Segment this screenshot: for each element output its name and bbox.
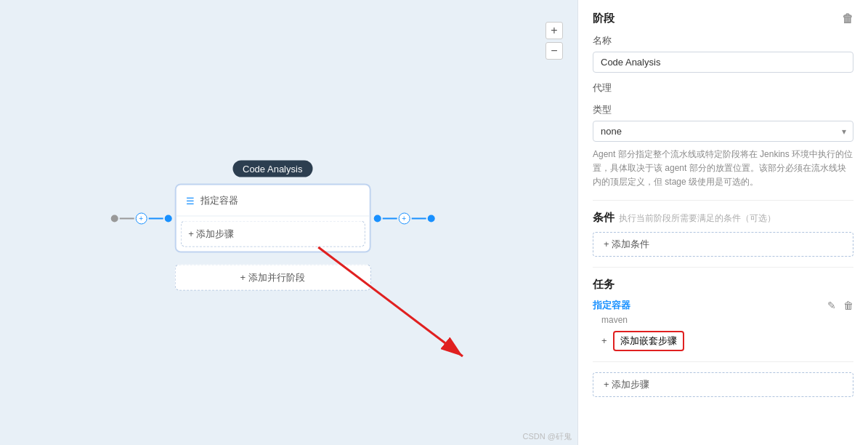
section-delete-icon[interactable]: 🗑 bbox=[842, 12, 853, 25]
zoom-in-button[interactable]: + bbox=[545, 22, 563, 39]
connector-left: + bbox=[110, 212, 171, 224]
nested-add-plus: + bbox=[601, 335, 607, 346]
step-item[interactable]: ☰ 指定容器 bbox=[176, 185, 369, 217]
task-delete-icon[interactable]: 🗑 bbox=[843, 300, 853, 311]
line-left-1 bbox=[119, 217, 134, 219]
tasks-section: 任务 指定容器 ✎ 🗑 maven + 添加嵌套步骤 + 添加步骤 bbox=[593, 278, 853, 397]
task-actions: ✎ 🗑 bbox=[827, 300, 853, 311]
add-step-button[interactable]: + 添加步骤 bbox=[180, 221, 365, 247]
line-right-1 bbox=[382, 217, 397, 219]
plus-connector-left[interactable]: + bbox=[135, 212, 147, 224]
plus-connector-right[interactable]: + bbox=[398, 212, 410, 224]
stage-box: ☰ 指定容器 + 添加步骤 bbox=[174, 184, 370, 253]
add-step-button-panel[interactable]: + 添加步骤 bbox=[593, 372, 853, 397]
dot-left-end bbox=[164, 215, 171, 222]
nested-add-highlight[interactable]: 添加嵌套步骤 bbox=[613, 331, 684, 351]
name-input[interactable] bbox=[593, 52, 853, 73]
divider-3 bbox=[593, 361, 853, 362]
type-label: 类型 bbox=[593, 103, 853, 116]
type-select-wrapper: none any label node docker dockerfile ▾ bbox=[593, 121, 853, 142]
divider-1 bbox=[593, 200, 853, 201]
type-select[interactable]: none any label node docker dockerfile bbox=[593, 121, 853, 142]
task-sub-text: maven bbox=[601, 315, 853, 325]
watermark: CSDN @矸鬼 bbox=[523, 431, 572, 442]
pipeline-area: Code Analysis + ☰ 指定容器 + 添加步骤 bbox=[110, 155, 434, 291]
task-name: 指定容器 bbox=[593, 299, 630, 312]
pipeline-canvas: + − Code Analysis + ☰ 指定容器 bbox=[0, 0, 577, 445]
canvas-zoom-controls: + − bbox=[545, 22, 563, 60]
stage-label: Code Analysis bbox=[232, 161, 312, 177]
divider-2 bbox=[593, 267, 853, 268]
agent-label: 代理 bbox=[593, 81, 853, 95]
stage-container: + ☰ 指定容器 + 添加步骤 + bbox=[110, 184, 434, 253]
right-panel: 阶段 🗑 名称 代理 类型 none any label node docker… bbox=[577, 0, 868, 445]
name-label: 名称 bbox=[593, 34, 853, 47]
task-edit-icon[interactable]: ✎ bbox=[827, 300, 836, 311]
add-condition-button[interactable]: + 添加条件 bbox=[593, 232, 853, 257]
step-name: 指定容器 bbox=[200, 194, 238, 207]
step-icon: ☰ bbox=[186, 195, 195, 206]
line-left-2 bbox=[148, 217, 163, 219]
condition-title: 条件 bbox=[593, 211, 615, 225]
line-right-2 bbox=[411, 217, 426, 219]
section-header: 阶段 🗑 bbox=[593, 12, 853, 25]
section-title: 阶段 bbox=[593, 12, 615, 25]
connector-right: + bbox=[373, 212, 434, 224]
zoom-out-button[interactable]: − bbox=[545, 42, 563, 60]
add-parallel-button[interactable]: + 添加并行阶段 bbox=[174, 265, 370, 291]
condition-desc: 执行当前阶段所需要满足的条件（可选） bbox=[619, 212, 776, 225]
dot-left-start bbox=[110, 215, 118, 222]
dot-right-start bbox=[373, 215, 381, 222]
tasks-title: 任务 bbox=[593, 278, 853, 292]
task-item-header: 指定容器 ✎ 🗑 bbox=[593, 299, 853, 312]
agent-description: Agent 部分指定整个流水线或特定阶段将在 Jenkins 环境中执行的位置，… bbox=[593, 148, 853, 190]
dot-right-end bbox=[427, 215, 434, 222]
condition-header: 条件 执行当前阶段所需要满足的条件（可选） bbox=[593, 211, 853, 225]
